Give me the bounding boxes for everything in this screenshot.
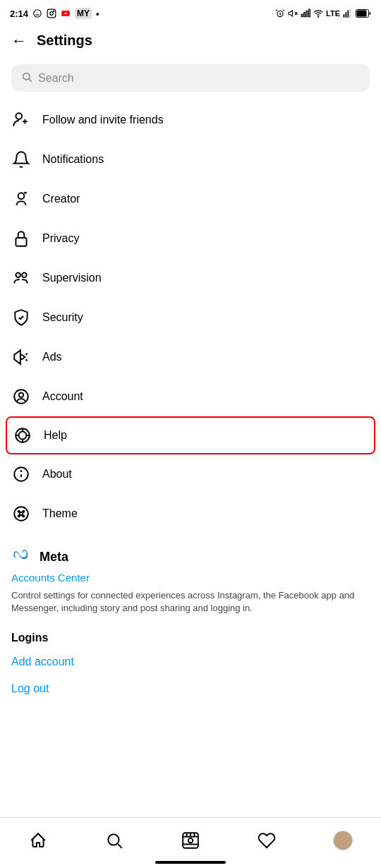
settings-item-creator[interactable]: Creator bbox=[11, 179, 370, 219]
svg-point-29 bbox=[19, 393, 24, 398]
accounts-center-link[interactable]: Accounts Center bbox=[11, 572, 370, 584]
nav-search[interactable] bbox=[93, 831, 135, 850]
meta-description: Control settings for connected experienc… bbox=[11, 589, 370, 615]
settings-item-privacy[interactable]: Privacy bbox=[11, 219, 370, 258]
shield-icon bbox=[11, 308, 31, 327]
svg-point-41 bbox=[23, 511, 24, 512]
info-icon bbox=[11, 464, 31, 484]
status-bar: 2:14 MY • LTE bbox=[0, 0, 381, 25]
snapchat-icon bbox=[32, 8, 42, 18]
wifi-icon bbox=[313, 8, 323, 18]
add-account-link[interactable]: Add account bbox=[11, 656, 370, 668]
settings-item-theme[interactable]: Theme bbox=[11, 494, 370, 534]
svg-point-31 bbox=[19, 432, 27, 440]
settings-item-security[interactable]: Security bbox=[11, 298, 370, 337]
svg-rect-10 bbox=[309, 9, 310, 17]
svg-rect-9 bbox=[306, 11, 308, 17]
help-label: Help bbox=[44, 429, 67, 442]
svg-point-48 bbox=[188, 838, 193, 843]
svg-rect-8 bbox=[304, 13, 306, 17]
logins-section: Logins Add account Log out bbox=[0, 615, 381, 695]
privacy-label: Privacy bbox=[42, 232, 79, 245]
settings-item-notifications[interactable]: Notifications bbox=[11, 140, 370, 179]
svg-point-3 bbox=[54, 11, 54, 11]
svg-rect-15 bbox=[349, 9, 351, 18]
svg-marker-27 bbox=[14, 350, 20, 364]
svg-line-46 bbox=[118, 843, 122, 848]
svg-point-23 bbox=[18, 193, 25, 199]
settings-header: ← Settings bbox=[0, 25, 381, 56]
alarm-icon bbox=[275, 8, 285, 18]
ads-label: Ads bbox=[42, 351, 62, 363]
meta-section: Meta Accounts Center Control settings fo… bbox=[0, 534, 381, 615]
svg-rect-7 bbox=[301, 14, 303, 17]
svg-point-45 bbox=[108, 834, 119, 845]
home-indicator bbox=[155, 861, 226, 864]
log-out-link[interactable]: Log out bbox=[11, 682, 370, 695]
instagram-icon bbox=[47, 8, 56, 18]
status-right-icons: LTE bbox=[275, 8, 371, 18]
bottom-nav bbox=[0, 817, 381, 868]
svg-point-39 bbox=[14, 507, 28, 521]
logins-title: Logins bbox=[11, 632, 370, 644]
search-icon bbox=[21, 71, 32, 85]
nav-profile[interactable] bbox=[322, 831, 364, 850]
svg-rect-24 bbox=[16, 238, 26, 246]
back-button[interactable]: ← bbox=[11, 33, 27, 49]
svg-point-20 bbox=[16, 113, 22, 119]
lte-label: LTE bbox=[326, 9, 340, 18]
supervision-icon bbox=[11, 268, 31, 288]
svg-point-2 bbox=[50, 12, 54, 16]
creator-label: Creator bbox=[42, 193, 80, 205]
home-icon bbox=[28, 831, 48, 850]
security-label: Security bbox=[42, 311, 83, 324]
page-title: Settings bbox=[37, 32, 92, 49]
status-time: 2:14 MY • bbox=[10, 8, 99, 19]
svg-rect-17 bbox=[357, 11, 367, 17]
help-icon bbox=[13, 426, 32, 445]
signal-icon bbox=[343, 8, 353, 18]
profile-avatar bbox=[333, 831, 353, 850]
settings-item-ads[interactable]: Ads bbox=[11, 337, 370, 377]
nav-home[interactable] bbox=[17, 831, 59, 850]
svg-point-26 bbox=[22, 272, 27, 277]
search-box[interactable]: Search bbox=[11, 64, 370, 92]
settings-item-about[interactable]: About bbox=[11, 454, 370, 494]
about-label: About bbox=[42, 468, 72, 481]
svg-point-18 bbox=[23, 73, 30, 80]
svg-point-11 bbox=[318, 16, 318, 17]
theme-label: Theme bbox=[42, 507, 78, 520]
settings-item-help[interactable]: Help bbox=[6, 416, 375, 454]
svg-point-0 bbox=[34, 10, 42, 18]
lock-icon bbox=[11, 229, 31, 248]
theme-icon bbox=[11, 504, 31, 524]
bell-icon bbox=[11, 150, 31, 169]
nav-heart[interactable] bbox=[246, 831, 288, 850]
svg-rect-13 bbox=[346, 12, 347, 18]
search-container: Search bbox=[0, 56, 381, 100]
notifications-label: Notifications bbox=[42, 153, 104, 166]
account-icon bbox=[11, 387, 31, 406]
network-icon bbox=[301, 8, 310, 18]
settings-item-follow[interactable]: Follow and invite friends bbox=[11, 100, 370, 140]
reels-icon bbox=[181, 831, 200, 850]
meta-logo: Meta bbox=[11, 548, 370, 566]
svg-point-28 bbox=[14, 390, 28, 404]
svg-rect-1 bbox=[47, 9, 56, 18]
settings-list: Follow and invite friends Notifications … bbox=[0, 100, 381, 534]
meta-logo-icon bbox=[11, 548, 35, 566]
youtube-icon bbox=[61, 8, 71, 18]
ads-icon bbox=[11, 347, 31, 367]
svg-line-19 bbox=[29, 79, 32, 82]
svg-point-42 bbox=[18, 515, 20, 517]
follow-icon bbox=[11, 110, 31, 130]
dot-icon: • bbox=[96, 8, 99, 19]
svg-rect-12 bbox=[344, 14, 345, 18]
settings-item-supervision[interactable]: Supervision bbox=[11, 258, 370, 298]
search-nav-icon bbox=[104, 831, 124, 850]
settings-item-account[interactable]: Account bbox=[11, 377, 370, 416]
app-badge: MY bbox=[75, 8, 92, 19]
nav-reels[interactable] bbox=[169, 831, 212, 850]
meta-logo-text: Meta bbox=[40, 550, 68, 565]
battery-icon bbox=[356, 9, 371, 18]
